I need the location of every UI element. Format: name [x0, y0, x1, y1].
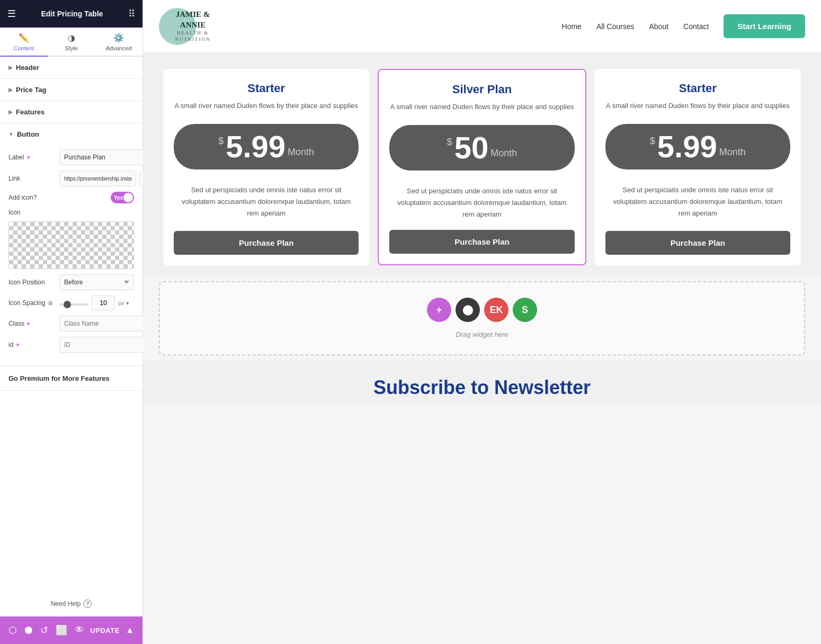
collapse-icon[interactable]: ▲	[126, 625, 134, 635]
card-header-2: Starter A small river named Duden flows …	[595, 69, 801, 119]
label-row: Label ✦ ≡	[8, 149, 134, 165]
section-button-toggle[interactable]: ▼ Button	[0, 123, 142, 145]
nav-all-courses[interactable]: All Courses	[596, 22, 635, 31]
link-input[interactable]	[59, 171, 136, 186]
start-learning-button[interactable]: Start Learning	[724, 14, 805, 38]
subscribe-section: Subscribe to Newsletter	[143, 361, 821, 404]
class-field-label: Class ✦	[8, 320, 56, 327]
need-help-link[interactable]: Need Help ?	[8, 600, 134, 608]
icon-position-select[interactable]: Before	[59, 274, 134, 290]
history-icon[interactable]: ↺	[40, 624, 48, 636]
panel-tabs: ✏️ Content ◑ Style ⚙️ Advanced	[0, 28, 142, 57]
price-period-2: Month	[719, 147, 746, 158]
price-box-2: $ 5.99 Month	[605, 124, 790, 169]
card-body-text-2: Sed ut perspiciatis unde omnis iste natu…	[595, 175, 801, 231]
price-box-1: $ 50 Month	[389, 125, 574, 171]
nav-home[interactable]: Home	[562, 22, 582, 31]
hamburger-icon[interactable]: ☰	[7, 8, 16, 20]
add-icon-toggle[interactable]: Yes	[111, 192, 134, 203]
template-icon[interactable]: ⬜	[56, 624, 67, 636]
site-navbar: JAMIE & ANNIE HEALTH & NUTRITION Home Al…	[143, 0, 821, 53]
purchase-btn-0[interactable]: Purchase Plan	[174, 231, 359, 255]
section-price-tag-toggle[interactable]: ▶ Price Tag	[0, 79, 142, 101]
grid-icon[interactable]: ⠿	[128, 8, 135, 20]
pricing-section: Starter A small river named Duden flows …	[143, 53, 821, 276]
section-button-label: Button	[17, 130, 39, 138]
card-plan-desc-2: A small river named Duden flows by their…	[605, 101, 790, 111]
section-button-body: Label ✦ ≡ Link ⚙ ≡ Add icon? Yes	[0, 145, 142, 365]
label-field-label: Label ✦	[8, 154, 56, 161]
widget-icon-3[interactable]: S	[513, 298, 537, 322]
update-button[interactable]: UPDATE	[90, 627, 119, 634]
bottom-toolbar-icons: ⬡ ⬢ ↺ ⬜ 👁	[8, 624, 84, 636]
widget-drop-area[interactable]: +⬤EKS Drag widget here	[159, 281, 805, 355]
add-icon-label: Add icon?	[8, 194, 108, 201]
logo-brand: JAMIE & ANNIE	[163, 10, 222, 30]
section-price-tag: ▶ Price Tag	[0, 79, 142, 101]
monitor-icon: 🖥	[47, 300, 53, 306]
icon-position-row: Icon Position Before	[8, 274, 134, 290]
section-header-label: Header	[16, 64, 39, 71]
panel-spacer	[0, 391, 142, 591]
logo-text: JAMIE & ANNIE HEALTH & NUTRITION	[159, 10, 222, 42]
icon-spacing-slider[interactable]	[59, 303, 88, 306]
purchase-btn-2[interactable]: Purchase Plan	[605, 231, 790, 255]
left-panel: ☰ Edit Pricing Table ⠿ ✏️ Content ◑ Styl…	[0, 0, 143, 644]
layers-icon[interactable]: ⬡	[8, 624, 17, 636]
widget-icon-1[interactable]: ⬤	[456, 298, 480, 322]
style-icon: ◑	[68, 33, 75, 43]
logo-sub: HEALTH & NUTRITION	[163, 30, 222, 42]
chevron-right-icon-2: ▶	[8, 87, 13, 93]
price-dollar-2: $	[650, 136, 655, 147]
widget-icon-2[interactable]: EK	[484, 298, 508, 322]
px-unit-label: px ▾	[118, 300, 134, 307]
card-plan-name-1: Silver Plan	[389, 83, 574, 96]
spacing-slider-container	[59, 298, 88, 308]
section-header: ▶ Header	[0, 57, 142, 79]
nav-about[interactable]: About	[649, 22, 668, 31]
id-input[interactable]	[59, 337, 148, 353]
widget-icons-row: +⬤EKS	[427, 298, 537, 322]
eye-icon[interactable]: 👁	[75, 624, 84, 636]
icon-preview[interactable]	[8, 221, 134, 269]
subscribe-title: Subscribe to Newsletter	[159, 377, 805, 399]
chevron-right-icon-3: ▶	[8, 109, 13, 115]
chevron-right-icon: ▶	[8, 65, 13, 70]
class-row: Class ✦ ≡	[8, 316, 134, 332]
pricing-card-2: Starter A small river named Duden flows …	[595, 69, 801, 265]
tab-style[interactable]: ◑ Style	[48, 28, 95, 57]
tab-content-label: Content	[14, 45, 34, 51]
panel-footer: Need Help ?	[0, 591, 142, 616]
tab-advanced[interactable]: ⚙️ Advanced	[95, 28, 142, 57]
card-plan-desc-0: A small river named Duden flows by their…	[174, 101, 359, 111]
section-features: ▶ Features	[0, 101, 142, 123]
site-nav-links: Home All Courses About Contact Start Lea…	[233, 14, 805, 38]
panel-topbar: ☰ Edit Pricing Table ⠿	[0, 0, 142, 28]
price-dollar-0: $	[218, 136, 224, 147]
right-content: JAMIE & ANNIE HEALTH & NUTRITION Home Al…	[143, 0, 821, 644]
card-plan-name-0: Starter	[174, 82, 359, 95]
content-icon: ✏️	[19, 33, 29, 43]
section-premium[interactable]: Go Premium for More Features	[0, 366, 142, 391]
icon-spacing-input[interactable]	[92, 296, 115, 310]
section-header-toggle[interactable]: ▶ Header	[0, 57, 142, 78]
help-icon: ?	[83, 600, 92, 608]
drag-widget-text: Drag widget here	[456, 330, 508, 338]
id-row: id ✦ ≡	[8, 337, 134, 353]
purchase-btn-1[interactable]: Purchase Plan	[389, 230, 574, 254]
widget-icon-0[interactable]: +	[427, 298, 451, 322]
id-field-label: id ✦	[8, 341, 56, 348]
nav-contact[interactable]: Contact	[683, 22, 709, 31]
pricing-card-0: Starter A small river named Duden flows …	[163, 69, 369, 265]
toggle-yes-text: Yes	[114, 195, 123, 201]
pricing-card-1: Silver Plan A small river named Duden fl…	[378, 69, 586, 265]
need-help-text: Need Help	[51, 600, 81, 607]
label-input[interactable]	[59, 149, 148, 165]
class-input[interactable]	[59, 316, 148, 332]
stack-icon[interactable]: ⬢	[24, 624, 33, 636]
panel-title: Edit Pricing Table	[41, 10, 103, 18]
site-logo: JAMIE & ANNIE HEALTH & NUTRITION	[159, 8, 222, 45]
section-features-toggle[interactable]: ▶ Features	[0, 101, 142, 123]
price-amount-1: 50	[454, 132, 489, 163]
tab-content[interactable]: ✏️ Content	[0, 28, 48, 57]
